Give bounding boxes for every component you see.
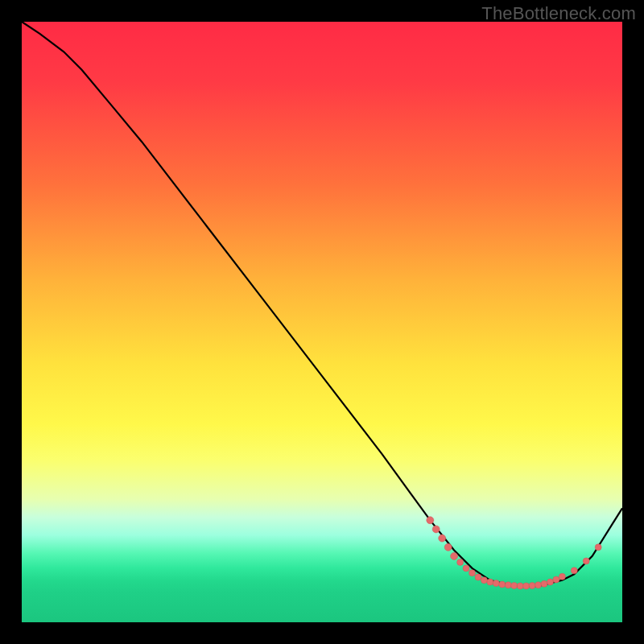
scatter-point <box>595 544 601 551</box>
scatter-point <box>559 573 565 580</box>
scatter-point <box>487 579 493 585</box>
scatter-point <box>499 581 506 588</box>
scatter-point <box>439 535 446 542</box>
scatter-point <box>547 579 554 585</box>
plot-area <box>22 22 622 622</box>
scatter-point <box>541 580 547 587</box>
scatter-point <box>583 558 589 564</box>
scatter-point <box>493 580 499 587</box>
scatter-point <box>553 576 559 583</box>
scatter-point <box>529 583 535 589</box>
scatter-point <box>475 574 481 580</box>
chart-svg <box>22 22 622 622</box>
scatter-point <box>463 565 469 572</box>
curve-layer <box>22 22 622 586</box>
scatter-point <box>451 552 458 559</box>
scatter-point <box>505 582 511 588</box>
scatter-point <box>444 543 452 551</box>
scatter-point <box>457 559 464 565</box>
scatter-point <box>469 570 476 576</box>
scatter-point <box>517 583 523 589</box>
scatter-layer <box>427 517 601 589</box>
scatter-point <box>523 583 530 589</box>
chart-frame: TheBottleneck.com <box>0 0 644 644</box>
scatter-point <box>427 517 434 524</box>
scatter-point <box>481 577 487 584</box>
watermark-text: TheBottleneck.com <box>481 3 636 24</box>
scatter-point <box>511 583 518 589</box>
scatter-point <box>535 582 542 588</box>
bottleneck-curve <box>22 22 622 586</box>
scatter-point <box>571 568 577 574</box>
scatter-point <box>432 526 440 533</box>
